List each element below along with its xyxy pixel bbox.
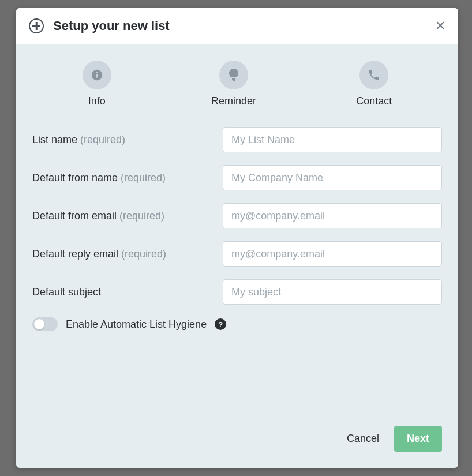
row-from-name: Default from name (required)	[32, 165, 442, 190]
label-reply-email: Default reply email (required)	[32, 248, 223, 260]
lightbulb-icon	[219, 61, 248, 89]
step-contact[interactable]: Contact	[356, 61, 392, 107]
svg-rect-2	[96, 72, 98, 73]
subject-input[interactable]	[223, 279, 442, 305]
cancel-button[interactable]: Cancel	[347, 433, 379, 445]
hygiene-toggle[interactable]	[32, 317, 58, 331]
phone-icon	[359, 61, 388, 89]
step-label: Reminder	[211, 95, 256, 107]
setup-list-modal: Setup your new list ✕ Info Reminder	[16, 8, 458, 468]
label-subject: Default subject	[32, 286, 223, 298]
close-icon: ✕	[435, 18, 445, 33]
row-subject: Default subject	[32, 279, 442, 305]
help-icon[interactable]: ?	[215, 318, 226, 330]
modal-body: Info Reminder Contact List name (require…	[16, 44, 458, 415]
modal-footer: Cancel Next	[16, 415, 458, 468]
from-email-input[interactable]	[223, 203, 442, 228]
info-icon	[83, 61, 111, 89]
wizard-steps: Info Reminder Contact	[32, 61, 442, 107]
label-from-email: Default from email (required)	[32, 210, 223, 222]
svg-rect-1	[96, 74, 98, 77]
modal-title: Setup your new list	[53, 18, 435, 33]
row-hygiene: Enable Automatic List Hygiene ?	[32, 317, 442, 331]
label-from-name: Default from name (required)	[32, 172, 223, 184]
row-reply-email: Default reply email (required)	[32, 241, 442, 267]
list-name-input[interactable]	[223, 127, 442, 152]
step-reminder[interactable]: Reminder	[211, 61, 256, 107]
hygiene-label: Enable Automatic List Hygiene	[66, 318, 207, 331]
row-list-name: List name (required)	[32, 127, 442, 152]
step-label: Info	[88, 95, 106, 107]
row-from-email: Default from email (required)	[32, 203, 442, 228]
next-button[interactable]: Next	[394, 426, 442, 452]
from-name-input[interactable]	[223, 165, 442, 190]
close-button[interactable]: ✕	[435, 18, 445, 33]
step-info[interactable]: Info	[83, 61, 111, 107]
plus-circle-icon	[29, 18, 44, 33]
reply-email-input[interactable]	[223, 241, 442, 267]
step-label: Contact	[356, 95, 392, 107]
modal-header: Setup your new list ✕	[16, 8, 458, 44]
label-list-name: List name (required)	[32, 134, 223, 146]
